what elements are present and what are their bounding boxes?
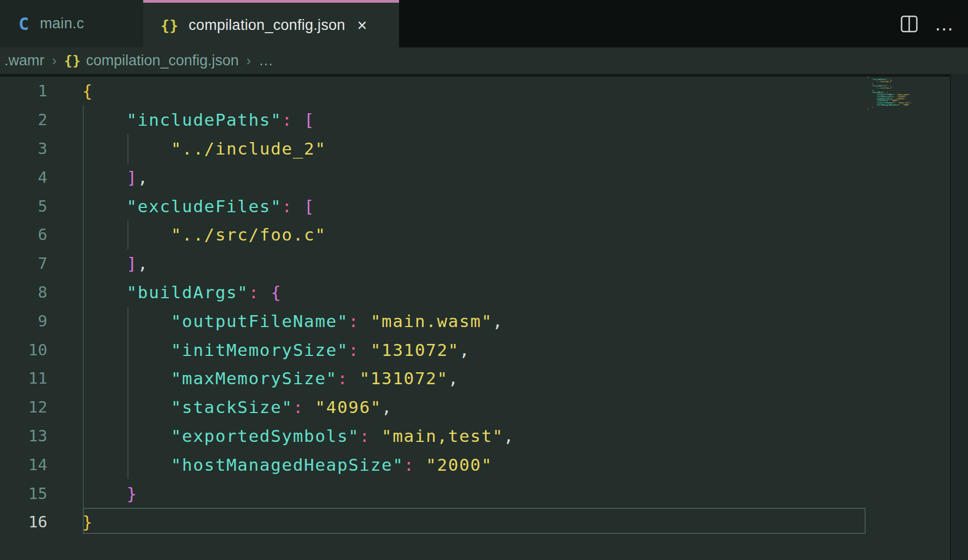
code-token: "excludeFiles" xyxy=(126,196,281,216)
code-token: : xyxy=(337,368,348,388)
breadcrumb-file[interactable]: compilation_config.json xyxy=(86,52,239,69)
code-text: } xyxy=(867,108,868,110)
code-line-5[interactable]: 5 "excludeFiles": [ xyxy=(0,192,866,220)
code-line-16[interactable]: 16} xyxy=(0,508,866,537)
code-text: "hostManagedHeapSize": "2000" xyxy=(867,104,909,106)
code-line-4[interactable]: 4 ], xyxy=(0,163,866,192)
code-token: : xyxy=(282,196,293,216)
code-token: "../src/foo.c" xyxy=(877,87,892,89)
code-token: "hostManagedHeapSize" xyxy=(877,104,900,106)
code-token: "outputFileName" xyxy=(171,311,348,331)
line-number[interactable]: 10 xyxy=(0,341,47,359)
code-token: , xyxy=(448,368,459,388)
code-token xyxy=(359,311,370,331)
c-file-icon: C xyxy=(19,14,29,34)
code-token: } xyxy=(867,108,868,110)
code-token: , xyxy=(459,340,470,360)
line-number[interactable]: 9 xyxy=(0,312,47,330)
code-line-6[interactable]: 6 "../src/foo.c" xyxy=(0,220,866,249)
code-token: "2000" xyxy=(903,104,910,106)
line-number[interactable]: 11 xyxy=(0,369,47,387)
line-number[interactable]: 3 xyxy=(0,139,47,158)
code-text: "stackSize": "4096", xyxy=(82,397,393,417)
code-token xyxy=(348,368,359,388)
code-token: [ xyxy=(304,110,315,130)
code-token: "main.wasm" xyxy=(371,311,493,331)
code-token: , xyxy=(504,426,514,446)
code-line-2[interactable]: 2 "includePaths": [ xyxy=(0,106,866,134)
code-token: , xyxy=(138,168,149,187)
code-token xyxy=(359,340,370,360)
minimap[interactable]: { "includePaths": [ "../include_2" ], "e… xyxy=(867,76,950,555)
tab-main-c[interactable]: C main.c xyxy=(0,0,143,47)
code-line-15[interactable]: 15 } xyxy=(0,479,866,508)
code-token: : xyxy=(359,426,370,446)
code-token: , xyxy=(382,397,393,417)
split-editor-icon[interactable] xyxy=(900,15,918,33)
code-text: "maxMemorySize": "131072", xyxy=(82,368,459,388)
line-number[interactable]: 8 xyxy=(0,283,47,301)
line-number[interactable]: 7 xyxy=(0,254,47,273)
line-number[interactable]: 4 xyxy=(0,168,47,187)
json-file-icon: {} xyxy=(64,53,81,69)
code-line-11[interactable]: 11 "maxMemorySize": "131072", xyxy=(0,364,866,393)
code-line-7[interactable]: 7 ], xyxy=(0,249,866,278)
line-number[interactable]: 2 xyxy=(0,110,47,129)
tab-bar: C main.c {} compilation_config.json × … xyxy=(0,0,968,47)
breadcrumb-folder[interactable]: .wamr xyxy=(4,52,45,69)
indent-guide xyxy=(83,106,84,508)
line-number[interactable]: 5 xyxy=(0,197,47,216)
line-number[interactable]: 16 xyxy=(0,513,47,531)
code-token: "../src/foo.c" xyxy=(171,225,326,244)
indent-guide xyxy=(127,221,128,249)
line-number[interactable]: 6 xyxy=(0,225,47,244)
code-text: "../include_2" xyxy=(82,139,326,158)
breadcrumb-symbol[interactable]: … xyxy=(259,52,273,69)
tab-label: main.c xyxy=(40,15,84,32)
code-token: : xyxy=(404,455,415,475)
code-line-8[interactable]: 8 "buildArgs": { xyxy=(0,278,866,307)
code-line-10[interactable]: 10 "initMemorySize": "131072", xyxy=(0,335,866,364)
tab-compilation-config-json[interactable]: {} compilation_config.json × xyxy=(143,0,399,47)
code-token: "stackSize" xyxy=(171,397,293,417)
close-icon[interactable]: × xyxy=(357,17,367,34)
code-line-9[interactable]: 9 "outputFileName": "main.wasm", xyxy=(0,306,866,335)
code-line-1[interactable]: 1{ xyxy=(0,77,866,106)
json-file-icon: {} xyxy=(161,17,179,34)
code-token: { xyxy=(82,81,93,101)
code-token: , xyxy=(906,95,907,97)
line-number[interactable]: 13 xyxy=(0,427,47,445)
code-line-3[interactable]: 3 "../include_2" xyxy=(0,134,866,163)
minimap-line-16: } xyxy=(867,108,949,110)
code-token: , xyxy=(910,102,911,104)
code-token: , xyxy=(138,254,149,273)
code-line-13[interactable]: 13 "exportedSymbols": "main,test", xyxy=(0,422,866,451)
code-text: ], xyxy=(82,254,149,273)
code-text: } xyxy=(82,484,138,503)
code-text: { xyxy=(82,81,93,101)
code-token: ] xyxy=(126,254,137,273)
code-line-12[interactable]: 12 "stackSize": "4096", xyxy=(0,393,866,422)
code-text: "includePaths": [ xyxy=(82,110,315,130)
line-number[interactable]: 1 xyxy=(0,82,47,100)
code-token: } xyxy=(872,106,873,108)
line-number[interactable]: 15 xyxy=(0,484,47,503)
code-text: "outputFileName": "main.wasm", xyxy=(82,311,504,331)
code-text: } xyxy=(82,512,93,532)
line-number[interactable]: 12 xyxy=(0,398,47,416)
code-token: "2000" xyxy=(426,455,492,475)
line-number[interactable]: 14 xyxy=(0,456,47,474)
tab-label: compilation_config.json xyxy=(189,17,346,34)
code-token: : xyxy=(348,311,359,331)
code-token: "exportedSymbols" xyxy=(171,426,359,446)
code-token: "131072" xyxy=(371,340,460,360)
code-token: { xyxy=(271,282,281,302)
breadcrumb: .wamr › {} compilation_config.json › … xyxy=(0,47,968,74)
code-line-14[interactable]: 14 "hostManagedHeapSize": "2000" xyxy=(0,450,866,479)
code-token: : xyxy=(248,282,259,302)
code-text: "exportedSymbols": "main,test", xyxy=(82,426,514,446)
code-editor[interactable]: 1{2 "includePaths": [3 "../include_2"4 ]… xyxy=(0,77,866,537)
code-text: ], xyxy=(82,168,149,187)
code-token: , xyxy=(905,97,906,100)
scrollbar-track[interactable] xyxy=(951,74,968,560)
